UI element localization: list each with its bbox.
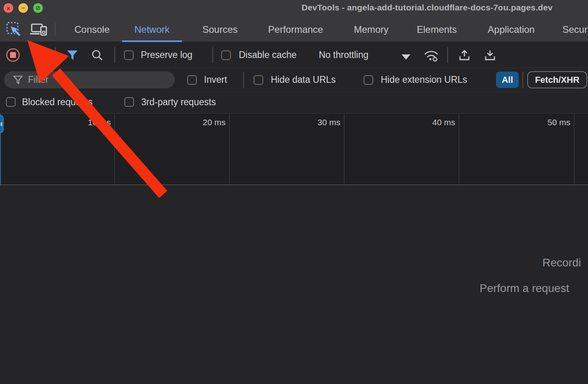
tab-sources[interactable]: Sources — [188, 17, 252, 42]
zoom-window-button[interactable]: ⊘ — [33, 3, 43, 13]
clear-icon — [31, 48, 45, 62]
overview-window-left-grip[interactable] — [0, 115, 4, 133]
grip-dot — [1, 122, 2, 126]
network-filter-row: Invert Hide data URLs Hide extension URL… — [0, 68, 588, 92]
tab-memory[interactable]: Memory — [339, 17, 403, 42]
titlebar: × − ⊘ DevTools - angela-add-tutorial.clo… — [0, 0, 588, 17]
preserve-log-label[interactable]: Preserve log — [141, 50, 192, 60]
devtools-tabbar: Console Network Sources Performance Memo… — [0, 17, 588, 42]
hide-data-urls-checkbox[interactable] — [254, 75, 263, 85]
filter-row-separator — [522, 72, 523, 88]
tab-label: Console — [74, 24, 110, 35]
record-network-log-button[interactable] — [6, 48, 20, 62]
tab-console[interactable]: Console — [63, 17, 121, 42]
invert-label[interactable]: Invert — [204, 74, 227, 85]
tab-label: Performance — [268, 24, 323, 35]
disable-cache-checkbox[interactable] — [221, 50, 231, 60]
tab-label: Security — [562, 24, 588, 35]
tab-label: Application — [488, 24, 534, 35]
import-har-button[interactable] — [458, 49, 471, 62]
hide-data-urls-label[interactable]: Hide data URLs — [271, 74, 336, 85]
blocked-requests-label[interactable]: Blocked requests — [22, 97, 92, 108]
invert-checkbox[interactable] — [187, 75, 197, 85]
tab-label: Elements — [417, 24, 457, 35]
network-conditions-button[interactable] — [422, 48, 440, 63]
tab-label: Network — [134, 24, 170, 35]
toolbar-separator — [55, 47, 56, 63]
search-icon — [91, 49, 103, 61]
timeline-tick: 50 ms — [548, 118, 570, 127]
requests-empty-area: Recordi Perform a request — [0, 186, 588, 384]
tab-network[interactable]: Network — [122, 17, 182, 42]
request-filters-row: Blocked requests 3rd-party requests — [0, 92, 588, 113]
device-toolbar-icon — [30, 22, 48, 37]
disable-cache-label[interactable]: Disable cache — [239, 50, 296, 60]
recording-message: Recordi — [542, 256, 581, 269]
toolbar-separator — [447, 47, 448, 63]
inspect-element-button[interactable] — [6, 21, 22, 37]
timeline-column: 20 ms — [115, 114, 230, 186]
tabbar-separator — [55, 23, 56, 36]
inspect-cursor-icon — [6, 21, 22, 37]
third-party-requests-checkbox[interactable] — [124, 97, 134, 107]
preserve-log-checkbox[interactable] — [124, 50, 134, 60]
tab-security[interactable]: Security — [562, 17, 588, 42]
timeline-column: 40 ms — [344, 114, 459, 186]
timeline-tick: 10 ms — [88, 118, 111, 127]
tab-application[interactable]: Application — [470, 17, 552, 42]
toolbar-separator — [212, 47, 213, 63]
toggle-device-toolbar-button[interactable] — [30, 22, 48, 37]
filter-chip-fetch-xhr[interactable]: Fetch/XHR — [527, 71, 587, 88]
timeline-tick: 30 ms — [318, 118, 340, 127]
filter-toggle-button[interactable] — [67, 50, 78, 60]
filter-input[interactable] — [28, 74, 160, 85]
hide-extension-urls-checkbox[interactable] — [364, 75, 373, 85]
network-overview-timeline[interactable]: 10 ms 20 ms 30 ms 40 ms 50 ms — [0, 113, 588, 185]
timeline-column: 30 ms — [230, 114, 344, 186]
window-title: DevTools - angela-add-tutorial.cloudflar… — [302, 3, 588, 15]
throttling-caret-icon[interactable] — [402, 54, 410, 60]
filter-chip-all[interactable]: All — [496, 72, 519, 88]
perform-request-message: Perform a request — [480, 282, 569, 295]
tab-label: Memory — [354, 24, 389, 35]
tab-elements[interactable]: Elements — [403, 17, 470, 42]
export-har-button[interactable] — [483, 49, 497, 62]
upload-icon — [458, 49, 471, 62]
filter-input-container[interactable] — [4, 71, 175, 88]
devtools-window: × − ⊘ DevTools - angela-add-tutorial.clo… — [0, 0, 588, 384]
tab-label: Sources — [202, 24, 238, 35]
filter-row-separator — [243, 72, 244, 88]
blocked-requests-checkbox[interactable] — [6, 97, 16, 107]
search-button[interactable] — [91, 49, 103, 61]
timeline-column: 10 ms — [0, 114, 115, 186]
timeline-tick: 20 ms — [203, 118, 226, 127]
minimize-window-button[interactable]: − — [18, 3, 28, 13]
download-icon — [483, 49, 497, 62]
clear-network-log-button[interactable] — [31, 48, 45, 62]
hide-extension-urls-label[interactable]: Hide extension URLs — [381, 74, 467, 85]
funnel-outline-icon — [13, 75, 23, 85]
timeline-tick: 40 ms — [432, 118, 455, 127]
close-window-button[interactable]: × — [4, 3, 13, 13]
wifi-gear-icon — [422, 48, 440, 63]
network-toolbar: Preserve log Disable cache No throttling — [0, 42, 588, 68]
throttling-select[interactable]: No throttling — [319, 50, 368, 60]
third-party-requests-label[interactable]: 3rd-party requests — [141, 97, 216, 108]
funnel-filled-icon — [67, 50, 78, 60]
timeline-column: 50 ms — [459, 114, 574, 186]
tab-performance[interactable]: Performance — [252, 17, 339, 42]
toolbar-separator — [114, 47, 115, 63]
record-stop-icon — [6, 48, 20, 62]
